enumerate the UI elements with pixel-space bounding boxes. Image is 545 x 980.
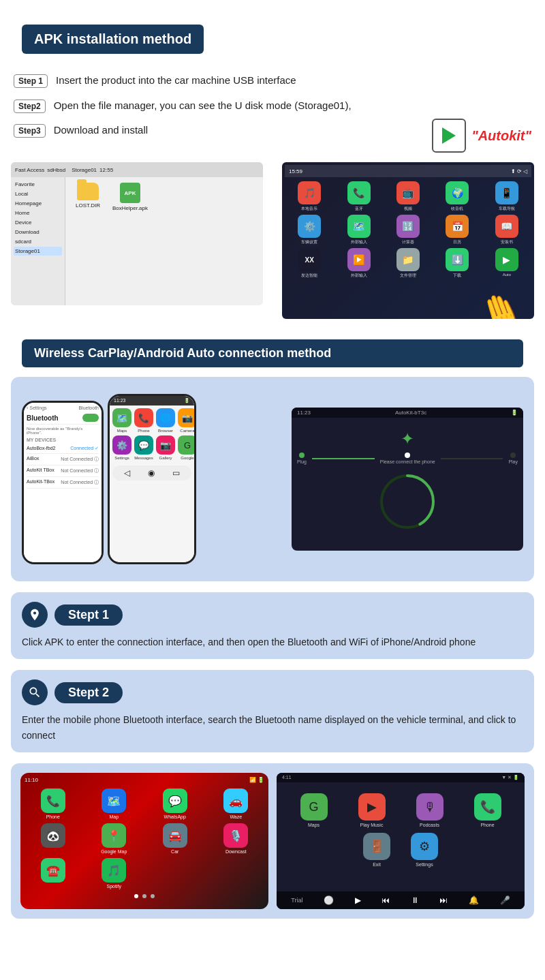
download-label: 下载 (453, 273, 461, 279)
video-icon: 📺 (396, 181, 420, 204)
img1-label: 发达智能 (301, 273, 317, 279)
icp-spotify-icon: 🎵 (102, 858, 126, 883)
android-mockup: 11:23 🔋 🗺️ Maps 📞 Phone 🌐 Browser (108, 394, 196, 564)
step1-badge: Step 1 (14, 74, 48, 88)
connect-dot (405, 453, 410, 458)
bt-toggle[interactable] (82, 414, 99, 422)
icp-car: 🚘 Car (146, 823, 204, 854)
radio-icon: 🌍 (446, 181, 469, 204)
step1-card-text: Click APK to enter the connection interf… (22, 634, 523, 649)
maps-icon: 🗺️ (347, 215, 371, 238)
fm-apk-label: BoxHelper.apk (112, 205, 148, 211)
cp-settings-icon: ⚙ (411, 833, 438, 860)
wifi-bluetooth-icon (28, 608, 42, 622)
android-nav-back[interactable]: ◁ (124, 468, 130, 478)
step1-card-icon (22, 602, 48, 628)
video-label: 视频 (404, 206, 412, 212)
autokit-app-icon: ▶ (495, 248, 518, 271)
cp-prev-btn[interactable]: ⏮ (382, 895, 390, 905)
cp-maps: G Maps (300, 793, 328, 827)
bottom-screenshots: 11:10 📶 🔋 📞 Phone 🗺️ Map 💬 WhatsApp 🚗 (11, 763, 534, 919)
icp-apps-grid: 📞 Phone 🗺️ Map 💬 WhatsApp 🚗 Waze 🐼 (25, 786, 264, 891)
book-label: 安装书 (501, 239, 513, 245)
cp-music: ▶ Play Music (358, 793, 386, 827)
cp-maps-label: Maps (308, 823, 320, 827)
app-icons: ⬆ ⟳ ◁ (511, 168, 527, 174)
bt-title-label: Bluetooth (27, 414, 59, 422)
fm-toolbar: Fast Access sdHbsd Storage01 12:55 (11, 162, 263, 177)
autokit-app-label: Auto (503, 273, 511, 277)
cp-top-bar: 4:11 ▼ ✕ 🔋 (277, 773, 525, 782)
car-battery: 🔋 (511, 410, 518, 416)
app-calc: 🔢 计算器 (385, 215, 431, 245)
steps-area: Step 1 Insert the product into the car m… (0, 73, 545, 153)
carplay-car-screen: 4:11 ▼ ✕ 🔋 G Maps ▶ Play Music 🎙 Podcast (277, 773, 525, 909)
step-3-row: Step3 Download and install "Autokit" (14, 123, 531, 153)
app-folder: 📁 文件管理 (385, 248, 431, 279)
android-nav-home[interactable]: ◉ (148, 468, 155, 478)
fm-sidebar-item[interactable]: Home (14, 209, 62, 217)
cp-app-row-2: 🚪 Exit ⚙ Settings (282, 830, 519, 870)
android-app-3: 🌐 Browser (156, 408, 175, 433)
android-screen: 11:23 🔋 🗺️ Maps 📞 Phone 🌐 Browser (110, 396, 194, 562)
app-video: 📺 视频 (385, 181, 431, 212)
icp-maps-icon: 🗺️ (102, 788, 126, 813)
cp-phone-icon: 📞 (474, 793, 501, 821)
icp-downcast-icon: 🎙️ (223, 823, 248, 848)
cp-play-btn[interactable]: ⚪ (324, 895, 334, 905)
folder-label: 文件管理 (400, 273, 416, 279)
apk-section-header-container: APK installation method (11, 12, 534, 63)
android-icon-1: 🗺️ (112, 408, 131, 427)
android-app-5: ⚙️ Settings (112, 435, 131, 460)
fm-folder-item: LOST.DIR (71, 183, 105, 209)
phone-icon: 📞 (347, 181, 371, 204)
app-autokit: ▶ Auto (484, 248, 530, 279)
android-app-6: 💬 Messages (134, 435, 153, 460)
calendar-icon: 📅 (446, 215, 469, 238)
app-music: 🎵 本地音乐 (286, 181, 332, 212)
fm-time: 12:55 (99, 167, 113, 173)
android-app-7: 📷 Gallery (156, 435, 175, 460)
cp-music-play-btn[interactable]: ▶ (355, 895, 361, 905)
icp-time: 11:10 (25, 777, 38, 783)
icp-panda-icon: 🐼 (41, 823, 65, 848)
step-2-row: Step2 Open the file manager, you can see… (14, 98, 531, 114)
maps-label: 外部输入 (351, 239, 367, 245)
bt-my-devices-label: MY DEVICES (27, 438, 99, 442)
autokit-icon-box (432, 119, 466, 153)
fm-main: LOST.DIR APK BoxHelper.apk (65, 177, 263, 305)
autokit-box: "Autokit" (432, 119, 531, 153)
bt-device-2: AiBox Not Connected ⓘ (27, 454, 99, 465)
radio-label: 收音机 (451, 206, 463, 212)
app-mirror: 📱 车载导航 (484, 181, 530, 212)
fm-sidebar-item[interactable]: Local (14, 189, 62, 198)
iphone-carplay-screen: 11:10 📶 🔋 📞 Phone 🗺️ Map 💬 WhatsApp 🚗 (20, 773, 268, 909)
connect-label: Please connect the phone (380, 459, 435, 464)
android-nav-recent[interactable]: ▭ (172, 468, 180, 478)
cp-next-btn[interactable]: ⏭ (439, 895, 448, 905)
android-icons: 🔋 (184, 398, 190, 403)
cp-pause-btn[interactable]: ⏸ (411, 895, 419, 905)
cp-podcasts-icon: 🎙 (416, 793, 443, 821)
cp-exit-icon: 🚪 (363, 833, 390, 860)
mirror-icon: 📱 (495, 181, 518, 204)
img1-icon: XX (298, 248, 321, 271)
step2-card-icon (22, 679, 48, 705)
cp-podcasts: 🎙 Podcasts (416, 793, 443, 827)
fm-sidebar-item[interactable]: Device (14, 218, 62, 227)
icp-waze-label: Waze (230, 814, 242, 819)
fm-sidebar-item-storage[interactable]: Storage01 (14, 247, 62, 256)
cp-music-label: Play Music (360, 823, 384, 827)
fm-sidebar-item[interactable]: sdcard (14, 237, 62, 246)
fm-sidebar-item[interactable]: Download (14, 228, 62, 236)
fm-sidebar-item[interactable]: Homepage (14, 199, 62, 208)
iphone-mockup: ‹ Settings Bluetooth Bluetooth Now disco… (22, 401, 104, 564)
icp-phone: 📞 Phone (25, 788, 82, 819)
icp-whatsapp-icon: 💬 (163, 788, 187, 813)
fm-sidebar-item[interactable]: Favorite (14, 180, 62, 189)
step2-text: Open the file manager, you can see the U… (54, 98, 531, 114)
cp-mic-btn[interactable]: 🎤 (500, 895, 510, 905)
step3-text: Download and install (54, 123, 405, 138)
cp-bell-btn[interactable]: 🔔 (469, 895, 479, 905)
android-app-4: 📸 Camera (178, 408, 196, 433)
